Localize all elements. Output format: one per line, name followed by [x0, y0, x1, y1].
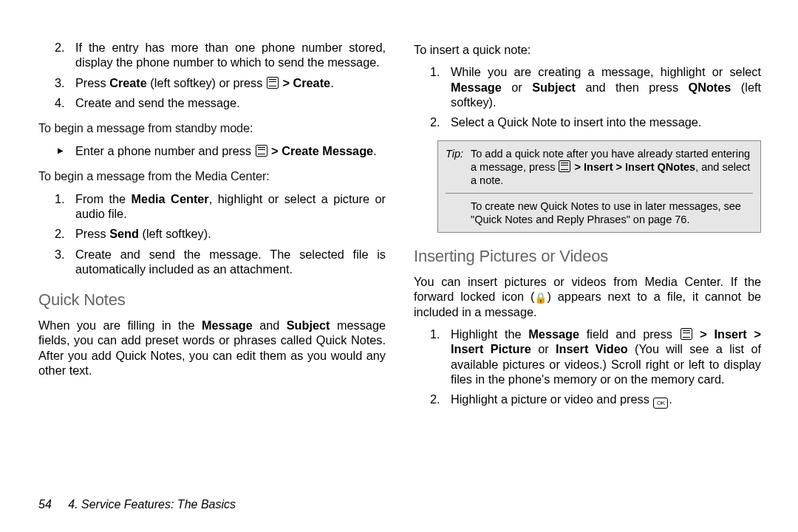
ui-term: Message	[202, 318, 253, 332]
list-text: If the entry has more than one phone num…	[75, 41, 386, 69]
text: Enter a phone number and press	[75, 144, 255, 157]
numbered-list: 1. While you are creating a message, hig…	[414, 64, 761, 129]
tip-text: To add a quick note after you have alrea…	[471, 147, 753, 187]
breadcrumb-sep: >	[693, 327, 715, 341]
list-item: 3. Create and send the message. The sele…	[75, 247, 386, 277]
forward-lock-icon: 🔒	[534, 293, 547, 303]
text: (left softkey) or press	[147, 76, 266, 89]
list-number: 1.	[55, 191, 65, 206]
list-number: 1.	[430, 327, 440, 341]
ui-term: Subject	[287, 318, 330, 332]
list-item: 1. Highlight the Message field and press…	[451, 327, 761, 386]
list-number: 4.	[55, 95, 65, 110]
text: Press	[75, 227, 109, 240]
softkey-label: QNotes	[688, 81, 731, 94]
list-number: 3.	[55, 247, 65, 262]
list-item: 2. Highlight a picture or video and pres…	[451, 392, 761, 409]
list-item: 2. Select a Quick Note to insert into th…	[451, 115, 761, 129]
ok-key-icon: OK	[653, 398, 668, 409]
text: Press	[75, 76, 109, 89]
numbered-list-continued: 2. If the entry has more than one phone …	[38, 40, 386, 110]
breadcrumb-sep: >	[747, 327, 761, 341]
text: and	[253, 318, 287, 332]
list-item: Enter a phone number and press > Create …	[75, 143, 386, 158]
chapter-title: 4. Service Features: The Basics	[68, 498, 236, 511]
tip-text: To create new Quick Notes to use in late…	[471, 200, 753, 226]
manual-page: 2. If the entry has more than one phone …	[0, 0, 798, 532]
numbered-list: 1. From the Media Center, highlight or s…	[38, 191, 386, 277]
text: (left softkey).	[139, 227, 211, 240]
text: field and press	[579, 327, 680, 341]
text: From the	[75, 192, 132, 205]
ui-term: Media Center	[132, 192, 209, 205]
menu-option: Insert QNotes	[625, 161, 695, 173]
arrow-list: Enter a phone number and press > Create …	[38, 143, 386, 158]
tip-row: Tip: To add a quick note after you have …	[438, 141, 760, 193]
text: .	[373, 144, 377, 157]
menu-option: Create Message	[282, 144, 373, 157]
menu-key-icon	[256, 145, 267, 157]
list-item: 1. From the Media Center, highlight or s…	[75, 191, 386, 222]
ui-term: Message	[528, 327, 579, 341]
text: While you are creating a message, highli…	[451, 65, 761, 78]
procedure-heading: To begin a message from standby mode:	[38, 120, 386, 135]
tip-label: Tip:	[446, 147, 471, 187]
section-heading-inserting-pictures: Inserting Pictures or Videos	[414, 246, 761, 267]
right-column: To insert a quick note: 1. While you are…	[414, 40, 761, 419]
list-number: 2.	[55, 40, 65, 55]
procedure-heading: To insert a quick note:	[414, 42, 761, 57]
menu-option: Insert Video	[556, 342, 628, 355]
list-item: 3. Press Create (left softkey) or press …	[75, 75, 386, 90]
page-number: 54	[38, 498, 52, 511]
list-text: Create and send the message.	[75, 96, 240, 109]
ui-term: Message	[451, 81, 502, 94]
text: .	[669, 392, 672, 406]
menu-option: Insert	[584, 161, 613, 173]
text: Highlight the	[451, 327, 528, 341]
ui-term: Subject	[532, 81, 576, 94]
left-column: 2. If the entry has more than one phone …	[38, 40, 386, 419]
two-column-layout: 2. If the entry has more than one phone …	[38, 40, 761, 419]
list-item: 4. Create and send the message.	[75, 95, 386, 110]
menu-option: Create	[293, 76, 330, 89]
paragraph: You can insert pictures or videos from M…	[414, 274, 761, 319]
text: or	[531, 342, 556, 355]
breadcrumb-sep: >	[268, 144, 282, 157]
list-number: 2.	[430, 115, 440, 129]
list-item: 1. While you are creating a message, hig…	[451, 64, 761, 109]
tip-label-empty	[446, 200, 471, 226]
list-number: 3.	[55, 75, 65, 90]
list-item: 2. If the entry has more than one phone …	[75, 40, 386, 70]
numbered-list: 1. Highlight the Message field and press…	[414, 327, 761, 409]
text: and then press	[576, 81, 688, 94]
page-footer: 54 4. Service Features: The Basics	[38, 498, 236, 511]
procedure-heading: To begin a message from the Media Center…	[38, 168, 386, 183]
text: Highlight a picture or video and press	[451, 392, 652, 406]
text: .	[330, 76, 334, 89]
list-text: Select a Quick Note to insert into the m…	[451, 115, 701, 129]
softkey-label: Send	[109, 227, 139, 240]
section-heading-quick-notes: Quick Notes	[38, 290, 386, 310]
text: When you are filling in the	[38, 318, 202, 332]
menu-key-icon	[559, 160, 570, 172]
list-number: 2.	[55, 226, 65, 241]
list-item: 2. Press Send (left softkey).	[75, 226, 386, 241]
menu-key-icon	[681, 328, 692, 340]
paragraph: When you are filling in the Message and …	[38, 318, 386, 378]
menu-option: Insert Picture	[451, 342, 531, 355]
softkey-label: Create	[109, 76, 147, 89]
tip-callout: Tip: To add a quick note after you have …	[437, 140, 761, 233]
menu-option: Insert	[714, 327, 746, 341]
list-number: 1.	[430, 64, 440, 79]
list-text: Create and send the message. The selecte…	[75, 248, 386, 276]
menu-key-icon	[267, 77, 279, 89]
breadcrumb-sep: >	[279, 76, 293, 89]
tip-row: To create new Quick Notes to use in late…	[438, 194, 760, 232]
breadcrumb-sep: >	[571, 161, 584, 173]
breadcrumb-sep: >	[613, 161, 626, 173]
text: or	[502, 81, 532, 94]
list-number: 2.	[430, 392, 440, 406]
